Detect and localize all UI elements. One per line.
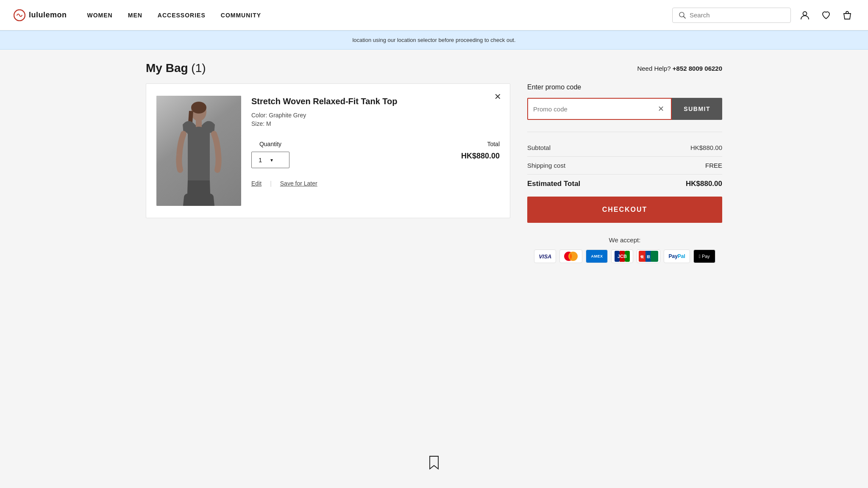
quantity-label: Quantity (259, 141, 281, 147)
item-total-price: HK$880.00 (461, 152, 500, 161)
save-for-later-button[interactable]: Save for Later (280, 180, 317, 187)
amex-icon: AMEX (586, 250, 608, 263)
wishlist-button[interactable] (819, 8, 833, 22)
content-layout: ✕ (146, 83, 722, 288)
subtotal-value: HK$880.00 (690, 144, 722, 151)
item-actions: Edit | Save for Later (251, 180, 500, 187)
estimated-total-label: Estimated Total (527, 180, 580, 188)
summary-rows: Subtotal HK$880.00 Shipping cost FREE Es… (527, 132, 722, 197)
svg-point-3 (803, 11, 807, 15)
subtotal-row: Subtotal HK$880.00 (527, 139, 722, 157)
promo-row: ✕ SUBMIT (527, 98, 722, 120)
svg-line-2 (684, 16, 686, 18)
navbar: lululemon WOMEN MEN ACCESSORIES COMMUNIT… (0, 0, 868, 30)
payment-label: We accept: (527, 236, 722, 244)
promo-submit-button[interactable]: SUBMIT (672, 98, 722, 120)
cart-item-card: ✕ (146, 83, 510, 218)
applepay-icon:  Pay (693, 250, 715, 263)
estimated-total-value: HK$880.00 (686, 180, 722, 188)
order-summary: Enter promo code ✕ SUBMIT Subtotal HK$88… (527, 83, 722, 263)
item-image (156, 96, 241, 206)
account-button[interactable] (798, 8, 812, 22)
bag-button[interactable] (840, 8, 854, 22)
nav-item-accessories[interactable]: ACCESSORIES (158, 12, 206, 19)
search-icon (679, 11, 686, 19)
nav-menu: WOMEN MEN ACCESSORIES COMMUNITY (87, 12, 673, 19)
search-bar[interactable] (672, 8, 791, 23)
subtotal-label: Subtotal (527, 144, 551, 151)
edit-button[interactable]: Edit (251, 180, 262, 187)
shipping-row: Shipping cost FREE (527, 157, 722, 175)
estimated-total-row: Estimated Total HK$880.00 (527, 175, 722, 197)
banner: location using our location selector bef… (0, 30, 868, 50)
item-size: Size: M (251, 120, 500, 127)
search-input[interactable] (690, 11, 785, 19)
help-text: Need Help? +852 8009 06220 (637, 65, 722, 72)
item-color: Color: Graphite Grey (251, 112, 500, 119)
unionpay-icon: 银 联 (637, 250, 660, 263)
nav-item-men[interactable]: MEN (128, 12, 142, 19)
jcb-icon: JCB (611, 250, 633, 263)
help-phone: +852 8009 06220 (673, 65, 722, 72)
brand-name: lululemon (29, 11, 67, 19)
promo-input[interactable] (533, 100, 656, 119)
payment-section: We accept: VISA (527, 236, 722, 263)
bag-title: My Bag (1) (146, 61, 206, 75)
product-image-svg (156, 96, 241, 206)
checkout-button[interactable]: CHECKOUT (527, 197, 722, 223)
promo-section-label: Enter promo code (527, 83, 722, 91)
total-section: Total HK$880.00 (461, 141, 500, 161)
navbar-actions (672, 8, 854, 23)
shipping-label: Shipping cost (527, 162, 565, 169)
item-pricing-row: Quantity 1 ▾ Total HK$880.00 (251, 141, 500, 168)
svg-point-7 (191, 102, 206, 114)
account-icon (799, 10, 810, 21)
svg-rect-8 (196, 120, 202, 127)
promo-clear-button[interactable]: ✕ (656, 104, 666, 114)
lululemon-logo-icon (14, 9, 25, 21)
svg-point-10 (568, 252, 578, 261)
visa-icon: VISA (534, 250, 556, 263)
banner-text: location using our location selector bef… (352, 37, 515, 43)
cart-section: ✕ (146, 83, 510, 218)
svg-text:联: 联 (646, 255, 651, 259)
payment-icons: VISA AMEX (527, 250, 722, 263)
quantity-dropdown[interactable]: 1 ▾ (251, 152, 289, 168)
quantity-section: Quantity 1 ▾ (251, 141, 289, 168)
page-container: My Bag (1) Need Help? +852 8009 06220 ✕ (129, 50, 739, 288)
bag-count: (1) (191, 61, 206, 75)
paypal-icon: PayPal (664, 250, 690, 263)
promo-input-wrap: ✕ (527, 98, 672, 120)
item-details: Stretch Woven Relaxed-Fit Tank Top Color… (251, 96, 500, 187)
mastercard-icon (559, 250, 582, 263)
remove-item-button[interactable]: ✕ (494, 92, 501, 101)
svg-text:JCB: JCB (618, 254, 627, 259)
svg-text:银: 银 (640, 255, 644, 259)
total-label: Total (487, 141, 500, 147)
item-name: Stretch Woven Relaxed-Fit Tank Top (251, 96, 500, 107)
nav-item-women[interactable]: WOMEN (87, 12, 113, 19)
shipping-value: FREE (705, 162, 722, 169)
heart-icon (821, 10, 832, 21)
bag-icon (842, 10, 853, 21)
svg-rect-19 (651, 251, 658, 262)
chevron-down-icon: ▾ (270, 157, 273, 163)
nav-item-community[interactable]: COMMUNITY (221, 12, 261, 19)
brand-logo[interactable]: lululemon (14, 9, 67, 21)
bag-header: My Bag (1) Need Help? +852 8009 06220 (146, 50, 722, 83)
